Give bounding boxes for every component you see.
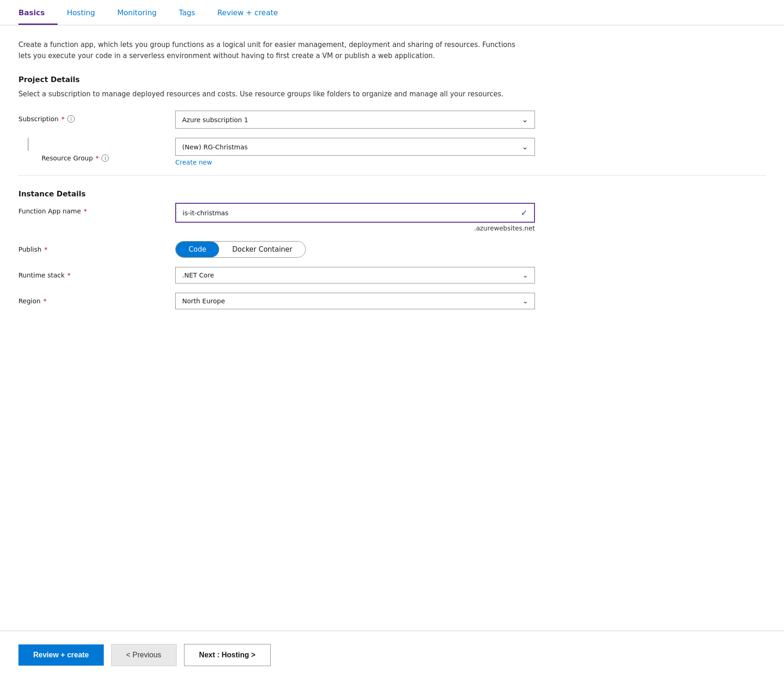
bottom-bar: Review + create < Previous Next : Hostin… <box>0 631 784 679</box>
subscription-info-icon[interactable]: i <box>67 115 75 123</box>
runtime-stack-control: .NET Core ⌄ <box>175 267 535 283</box>
subscription-chevron-icon: ⌄ <box>522 115 528 124</box>
subscription-label-text: Subscription <box>18 115 59 123</box>
tabs-container: Basics Hosting Monitoring Tags Review + … <box>0 0 784 25</box>
region-row: Region * North Europe ⌄ <box>18 293 766 309</box>
runtime-stack-label: Runtime stack * <box>18 267 175 279</box>
publish-required: * <box>44 246 48 253</box>
publish-row: Publish * Code Docker Container <box>18 241 766 258</box>
create-new-link[interactable]: Create new <box>175 159 212 166</box>
main-content: Create a function app, which lets you gr… <box>0 25 784 631</box>
resource-group-chevron-icon: ⌄ <box>522 142 528 151</box>
connector-area: Resource Group * i <box>18 138 175 162</box>
runtime-stack-required: * <box>67 272 71 279</box>
resource-group-row: Resource Group * i (New) RG-Christmas ⌄ … <box>18 138 766 166</box>
section-separator <box>18 175 766 176</box>
runtime-stack-chevron-icon: ⌄ <box>523 272 528 279</box>
region-label-text: Region <box>18 297 41 305</box>
resource-group-control: (New) RG-Christmas ⌄ Create new <box>175 138 535 166</box>
publish-toggle: Code Docker Container <box>175 241 306 258</box>
tab-tags[interactable]: Tags <box>179 0 208 25</box>
publish-label: Publish * <box>18 241 175 253</box>
function-app-name-label: Function App name * <box>18 203 175 215</box>
resource-group-info-icon[interactable]: i <box>101 154 109 162</box>
tab-hosting[interactable]: Hosting <box>67 0 108 25</box>
project-details-description: Select a subscription to manage deployed… <box>18 89 526 100</box>
publish-control: Code Docker Container <box>175 241 535 258</box>
domain-suffix: .azurewebsites.net <box>175 224 535 232</box>
subscription-control: Azure subscription 1 ⌄ <box>175 111 535 129</box>
resource-group-required: * <box>95 154 99 162</box>
function-app-name-row: Function App name * is-it-christmas ✓ .a… <box>18 203 766 232</box>
tab-monitoring[interactable]: Monitoring <box>117 0 170 25</box>
runtime-stack-label-text: Runtime stack <box>18 272 65 279</box>
instance-details-title: Instance Details <box>18 189 766 198</box>
region-label: Region * <box>18 293 175 305</box>
checkmark-icon: ✓ <box>521 208 528 218</box>
project-details-title: Project Details <box>18 75 766 84</box>
function-app-name-required: * <box>84 207 87 215</box>
instance-details-section: Instance Details Function App name * is-… <box>18 189 766 309</box>
resource-group-dropdown[interactable]: (New) RG-Christmas ⌄ <box>175 138 535 156</box>
publish-label-text: Publish <box>18 246 42 253</box>
subscription-row: Subscription * i Azure subscription 1 ⌄ <box>18 111 766 129</box>
resource-group-label-row: Resource Group * i <box>28 151 109 162</box>
tab-basics[interactable]: Basics <box>18 0 58 25</box>
project-details-section: Project Details Select a subscription to… <box>18 75 766 166</box>
region-control: North Europe ⌄ <box>175 293 535 309</box>
subscription-label: Subscription * i <box>18 111 175 123</box>
function-app-name-input[interactable]: is-it-christmas ✓ <box>175 203 535 223</box>
resource-group-label-text: Resource Group <box>42 154 93 162</box>
subscription-value: Azure subscription 1 <box>182 116 248 124</box>
publish-code-option[interactable]: Code <box>176 242 219 257</box>
region-required: * <box>43 297 47 305</box>
review-create-button[interactable]: Review + create <box>18 644 104 666</box>
region-dropdown[interactable]: North Europe ⌄ <box>175 293 535 309</box>
resource-group-value: (New) RG-Christmas <box>182 143 248 151</box>
runtime-stack-row: Runtime stack * .NET Core ⌄ <box>18 267 766 283</box>
next-button[interactable]: Next : Hosting > <box>184 644 271 666</box>
function-app-name-label-text: Function App name <box>18 207 81 215</box>
region-chevron-icon: ⌄ <box>523 297 528 305</box>
function-app-name-value: is-it-christmas <box>183 209 228 217</box>
description-text: Create a function app, which lets you gr… <box>18 39 526 61</box>
function-app-name-control: is-it-christmas ✓ .azurewebsites.net <box>175 203 535 232</box>
runtime-stack-dropdown[interactable]: .NET Core ⌄ <box>175 267 535 283</box>
previous-button[interactable]: < Previous <box>111 644 177 666</box>
runtime-stack-value: .NET Core <box>182 272 214 279</box>
publish-docker-option[interactable]: Docker Container <box>219 242 305 257</box>
region-value: North Europe <box>182 297 225 305</box>
tab-review-create[interactable]: Review + create <box>217 0 291 25</box>
subscription-dropdown[interactable]: Azure subscription 1 ⌄ <box>175 111 535 129</box>
subscription-required: * <box>61 115 65 123</box>
